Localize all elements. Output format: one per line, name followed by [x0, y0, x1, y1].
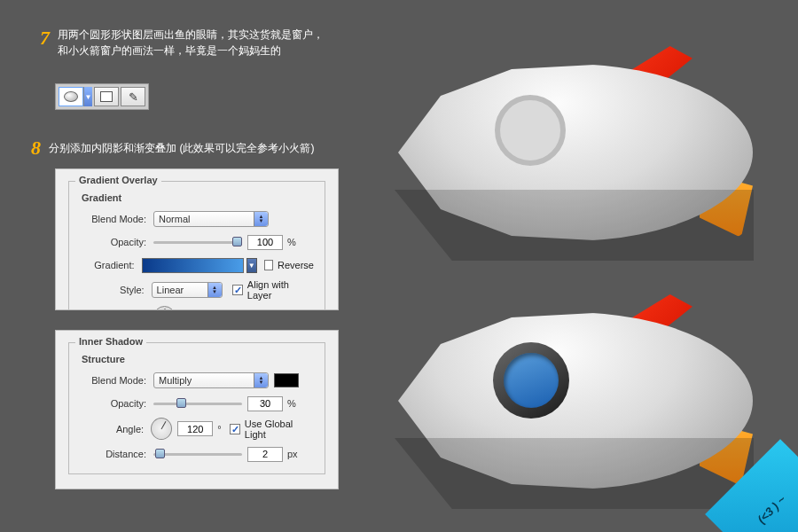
illustration-area: [393, 20, 778, 516]
fish-eye-outline: [495, 95, 566, 166]
fish-eye-bezel: [493, 342, 569, 419]
is-angle-unit: °: [217, 424, 221, 434]
inner-shadow-panel: Inner Shadow Structure Blend Mode: Multi…: [55, 330, 339, 489]
is-angle-input[interactable]: [177, 421, 213, 436]
distance-slider[interactable]: [153, 448, 242, 460]
align-label: Align with Layer: [247, 279, 314, 301]
shadow-color-swatch[interactable]: [274, 373, 299, 387]
chevron-updown-icon: ▲▼: [254, 212, 268, 226]
fish-eye-glass: [504, 353, 559, 408]
pen-icon: ✎: [129, 90, 138, 104]
gradient-overlay-title: Gradient Overlay: [75, 175, 161, 185]
distance-unit: px: [287, 449, 298, 459]
step7-text: 用两个圆形形状图层画出鱼的眼睛，其实这货就是窗户，和小火箭窗户的画法一样，毕竟是…: [58, 27, 324, 59]
align-with-layer-checkbox[interactable]: [232, 285, 243, 295]
opacity-slider[interactable]: [153, 236, 242, 248]
is-opacity-label: Opacity:: [80, 398, 146, 409]
rectangle-icon: [100, 91, 113, 102]
step8-number: 8: [31, 137, 41, 160]
distance-label: Distance:: [80, 449, 146, 459]
chevron-updown-icon: ▲▼: [254, 373, 268, 387]
pen-tool-button[interactable]: ✎: [121, 87, 145, 106]
gradient-label: Gradient:: [80, 260, 135, 270]
chevron-updown-icon: ▲▼: [207, 283, 222, 297]
gradient-swatch[interactable]: [142, 258, 244, 273]
angle-input[interactable]: [181, 309, 216, 310]
is-blend-mode-select[interactable]: Multiply ▲▼: [153, 372, 269, 388]
gradient-overlay-panel: Gradient Overlay Gradient Blend Mode: No…: [55, 168, 339, 310]
rectangle-tool-button[interactable]: [94, 87, 119, 106]
is-opacity-slider[interactable]: [153, 397, 242, 410]
opacity-input[interactable]: [247, 235, 283, 250]
ellipse-icon: [64, 91, 78, 102]
opacity-unit: %: [287, 237, 296, 247]
is-blend-mode-label: Blend Mode:: [80, 375, 146, 386]
blend-mode-label: Blend Mode:: [80, 214, 146, 224]
step8-text: 分别添加内阴影和渐变叠加 (此效果可以完全参考小火箭): [49, 140, 314, 156]
shape-toolbar: ▼ ✎: [55, 83, 149, 110]
reverse-label: Reverse: [278, 260, 314, 270]
reverse-checkbox[interactable]: [264, 260, 273, 270]
step7-number: 7: [40, 27, 50, 50]
fish-step7: [393, 28, 765, 241]
distance-input[interactable]: [247, 447, 283, 462]
fish-shadow: [395, 438, 754, 509]
structure-section-label: Structure: [82, 354, 314, 364]
fish-step8: [393, 277, 765, 489]
is-opacity-input[interactable]: [247, 396, 283, 411]
use-global-light-label: Use Global Light: [245, 419, 314, 440]
style-label: Style:: [80, 285, 145, 295]
gradient-section-label: Gradient: [82, 192, 314, 203]
use-global-light-checkbox[interactable]: [230, 424, 240, 434]
step-7: 7 用两个圆形形状图层画出鱼的眼睛，其实这货就是窗户，和小火箭窗户的画法一样，毕…: [40, 27, 324, 59]
angle-dial[interactable]: [153, 306, 176, 310]
is-angle-dial[interactable]: [151, 418, 172, 440]
ellipse-tool-button[interactable]: [59, 87, 83, 106]
fish-shadow: [395, 190, 754, 261]
style-select[interactable]: Linear ▲▼: [152, 282, 223, 298]
ellipse-tool-dropdown[interactable]: ▼: [83, 87, 92, 106]
inner-shadow-title: Inner Shadow: [75, 336, 146, 347]
gradient-dropdown[interactable]: ▼: [246, 258, 257, 273]
step-8: 8 分别添加内阴影和渐变叠加 (此效果可以完全参考小火箭): [31, 137, 314, 160]
is-angle-label: Angle:: [80, 424, 144, 434]
opacity-label: Opacity:: [80, 237, 146, 247]
blend-mode-select[interactable]: Normal ▲▼: [153, 211, 269, 227]
is-opacity-unit: %: [287, 398, 296, 409]
